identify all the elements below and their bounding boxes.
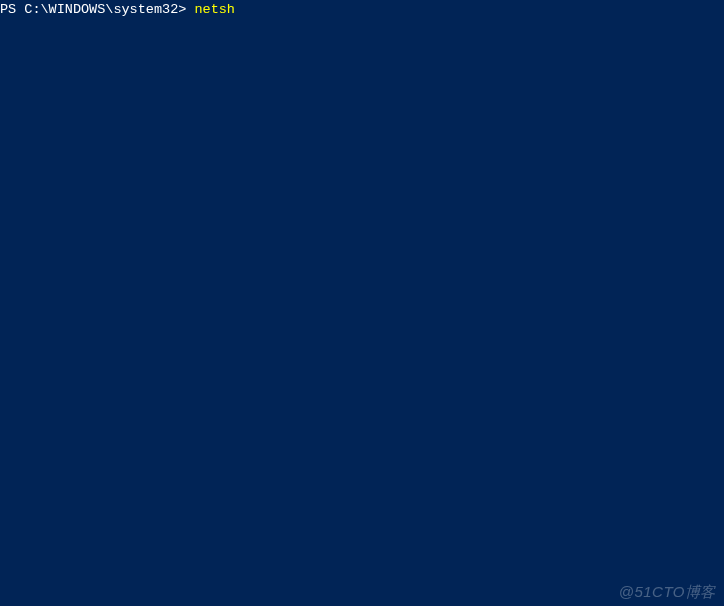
prompt-text: PS C:\WINDOWS\system32> bbox=[0, 2, 194, 17]
command-text: netsh bbox=[194, 2, 235, 17]
watermark-text: @51CTO博客 bbox=[619, 584, 716, 600]
powershell-terminal[interactable]: PS C:\WINDOWS\system32> netsh @51CTO博客 bbox=[0, 0, 724, 606]
terminal-line: PS C:\WINDOWS\system32> netsh bbox=[0, 2, 724, 18]
